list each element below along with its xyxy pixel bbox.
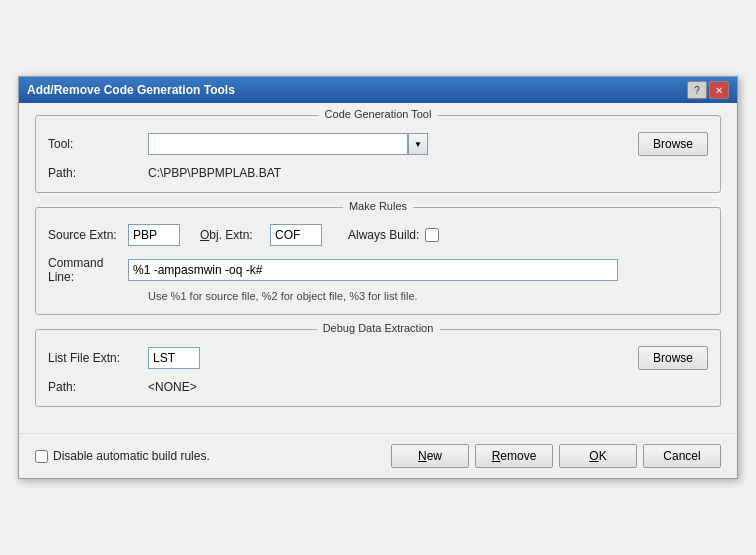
always-build-checkbox[interactable]	[425, 228, 439, 242]
tool-input[interactable]	[148, 133, 408, 155]
source-extn-label: Source Extn:	[48, 228, 128, 242]
debug-path-value: <NONE>	[148, 380, 197, 394]
obj-extn-label: Obj. Extn:	[200, 228, 270, 242]
path-row: Path: C:\PBP\PBPMPLAB.BAT	[48, 166, 708, 180]
new-button[interactable]: New	[391, 444, 469, 468]
tool-label: Tool:	[48, 137, 148, 151]
ok-button[interactable]: OK	[559, 444, 637, 468]
tool-row: Tool: ▼ Browse	[48, 132, 708, 156]
debug-path-row: Path: <NONE>	[48, 380, 708, 394]
debug-path-label: Path:	[48, 380, 148, 394]
command-line-input[interactable]	[128, 259, 618, 281]
make-rules-section: Make Rules Source Extn: Obj. Extn: Alway…	[35, 207, 721, 315]
always-build-label: Always Build:	[348, 228, 419, 242]
debug-extraction-legend: Debug Data Extraction	[317, 322, 440, 334]
command-line-label: Command Line:	[48, 256, 128, 284]
dialog-title: Add/Remove Code Generation Tools	[27, 83, 235, 97]
tool-dropdown-container: ▼	[148, 133, 638, 155]
disable-checkbox-container: Disable automatic build rules.	[35, 449, 385, 463]
path-label: Path:	[48, 166, 148, 180]
list-file-extn-label: List File Extn:	[48, 351, 148, 365]
title-bar-controls: ? ✕	[687, 81, 729, 99]
hint-text: Use %1 for source file, %2 for object fi…	[48, 290, 708, 302]
dialog: Add/Remove Code Generation Tools ? ✕ Cod…	[18, 76, 738, 479]
path-value: C:\PBP\PBPMPLAB.BAT	[148, 166, 281, 180]
bottom-section: Disable automatic build rules. New Remov…	[19, 433, 737, 478]
help-button[interactable]: ?	[687, 81, 707, 99]
code-gen-browse-button[interactable]: Browse	[638, 132, 708, 156]
tool-dropdown-arrow[interactable]: ▼	[408, 133, 428, 155]
make-rules-legend: Make Rules	[343, 200, 413, 212]
code-generation-tool-section: Code Generation Tool Tool: ▼ Browse Path…	[35, 115, 721, 193]
disable-auto-build-checkbox[interactable]	[35, 450, 48, 463]
extn-row: Source Extn: Obj. Extn: Always Build:	[48, 224, 708, 246]
cancel-button[interactable]: Cancel	[643, 444, 721, 468]
close-button[interactable]: ✕	[709, 81, 729, 99]
obj-extn-input[interactable]	[270, 224, 322, 246]
remove-button[interactable]: Remove	[475, 444, 553, 468]
always-build-container: Always Build:	[342, 228, 439, 242]
disable-auto-build-label: Disable automatic build rules.	[53, 449, 210, 463]
title-bar: Add/Remove Code Generation Tools ? ✕	[19, 77, 737, 103]
list-file-extn-input[interactable]	[148, 347, 200, 369]
debug-browse-button[interactable]: Browse	[638, 346, 708, 370]
list-file-extn-row: List File Extn: Browse	[48, 346, 708, 370]
dialog-body: Code Generation Tool Tool: ▼ Browse Path…	[19, 103, 737, 433]
source-extn-input[interactable]	[128, 224, 180, 246]
code-gen-legend: Code Generation Tool	[319, 108, 438, 120]
debug-extraction-section: Debug Data Extraction List File Extn: Br…	[35, 329, 721, 407]
command-line-row: Command Line:	[48, 256, 708, 284]
